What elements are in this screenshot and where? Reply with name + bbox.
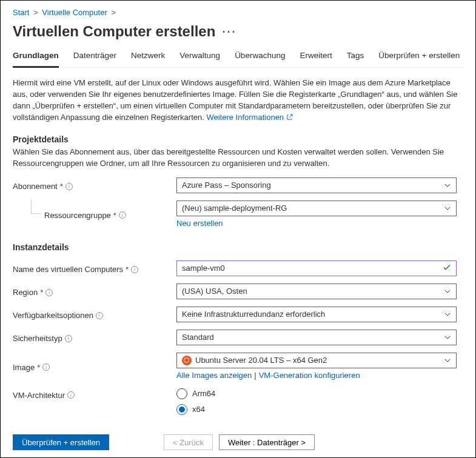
vm-generation-link[interactable]: VM-Generation konfigurieren: [259, 371, 360, 380]
review-create-button[interactable]: Überprüfen + erstellen: [13, 434, 109, 450]
availability-select[interactable]: Keine Infrastrukturredundanz erforderlic…: [176, 307, 457, 322]
tab-ueberwachung[interactable]: Überwachung: [235, 51, 285, 67]
tab-tags[interactable]: Tags: [347, 51, 364, 67]
instance-details-heading: Instanzdetails: [13, 242, 463, 252]
next-button[interactable]: Weiter : Datenträger >: [219, 434, 315, 450]
chevron-down-icon: [444, 205, 451, 212]
architecture-label: VM-Architektur: [13, 391, 65, 400]
ellipsis-icon[interactable]: ⋯: [221, 23, 236, 40]
subscription-select[interactable]: Azure Pass – Sponsoring: [176, 178, 457, 193]
project-details-desc: Wählen Sie das Abonnement aus, über das …: [13, 147, 463, 168]
tab-ueberpruefen[interactable]: Überprüfen + erstellen: [378, 51, 460, 67]
chevron-right-icon: >: [111, 8, 116, 17]
breadcrumb-start[interactable]: Start: [13, 8, 29, 17]
page-title: Virtuellen Computer erstellen ⋯: [13, 23, 463, 40]
subscription-label: Abonnement: [13, 182, 58, 191]
info-icon[interactable]: i: [131, 266, 138, 273]
info-icon[interactable]: i: [119, 211, 126, 219]
vm-name-label: Name des virtuellen Computers: [13, 265, 123, 274]
chevron-right-icon: >: [33, 8, 38, 17]
arch-x64-radio[interactable]: x64: [176, 404, 457, 415]
region-label: Region: [13, 288, 38, 297]
tabs: Grundlagen Datenträger Netzwerk Verwaltu…: [13, 51, 463, 68]
arch-arm64-radio[interactable]: Arm64: [176, 388, 457, 399]
region-select[interactable]: (USA) USA, Osten: [176, 284, 457, 299]
back-button: < Zurück: [164, 434, 213, 450]
resource-group-select[interactable]: (Neu) sample-deployment-RG: [176, 201, 457, 216]
chevron-down-icon: [444, 288, 451, 295]
resource-group-label: Ressourcengruppe: [44, 211, 111, 220]
image-select[interactable]: Ubuntu Server 20.04 LTS – x64 Gen2: [176, 353, 457, 368]
radio-checked-icon: [176, 404, 187, 415]
region-row: Region* i (USA) USA, Osten: [13, 284, 463, 299]
info-icon[interactable]: i: [67, 391, 75, 399]
info-icon[interactable]: i: [42, 363, 50, 371]
breadcrumb-vms[interactable]: Virtuelle Computer: [42, 8, 107, 17]
intro-text: Hiermit wird eine VM erstellt, auf der L…: [13, 78, 463, 124]
info-icon[interactable]: i: [65, 335, 72, 342]
resource-group-row: Ressourcengruppe* i (Neu) sample-deploym…: [13, 201, 463, 228]
info-icon[interactable]: i: [65, 183, 73, 190]
image-row: Image* i Ubuntu Server 20.04 LTS – x64 G…: [13, 353, 463, 380]
tab-netzwerk[interactable]: Netzwerk: [131, 51, 165, 67]
radio-icon: [176, 388, 187, 399]
security-type-label: Sicherheitstyp: [13, 334, 62, 343]
check-icon: [443, 263, 451, 273]
availability-label: Verfügbarkeitsoptionen: [13, 311, 93, 320]
chevron-down-icon: [444, 334, 451, 341]
architecture-row: VM-Architektur i Arm64 x64: [13, 388, 463, 415]
project-details-heading: Projektdetails: [13, 134, 463, 144]
vm-name-input[interactable]: sample-vm0: [176, 261, 457, 276]
availability-row: Verfügbarkeitsoptionen i Keine Infrastru…: [13, 307, 463, 322]
breadcrumb: Start > Virtuelle Computer >: [13, 8, 463, 17]
tab-datentraeger[interactable]: Datenträger: [73, 51, 116, 67]
tab-verwaltung[interactable]: Verwaltung: [179, 51, 220, 67]
external-link-icon: [286, 113, 293, 124]
info-icon[interactable]: i: [45, 289, 53, 296]
vm-name-row: Name des virtuellen Computers* i sample-…: [13, 261, 463, 276]
image-label: Image: [13, 363, 35, 372]
info-icon[interactable]: i: [96, 312, 103, 319]
chevron-down-icon: [444, 357, 451, 364]
learn-more-link[interactable]: Weitere Informationen: [206, 113, 292, 122]
subscription-row: Abonnement* i Azure Pass – Sponsoring: [13, 178, 463, 193]
tab-erweitert[interactable]: Erweitert: [300, 51, 332, 67]
security-type-select[interactable]: Standard: [176, 330, 457, 345]
security-type-row: Sicherheitstyp i Standard: [13, 330, 463, 345]
ubuntu-icon: [182, 356, 192, 365]
create-new-rg-link[interactable]: Neu erstellen: [176, 219, 223, 228]
tab-grundlagen[interactable]: Grundlagen: [13, 51, 59, 68]
footer: Überprüfen + erstellen < Zurück Weiter :…: [1, 427, 475, 457]
chevron-down-icon: [444, 182, 451, 189]
chevron-down-icon: [444, 311, 451, 318]
all-images-link[interactable]: Alle Images anzeigen: [176, 371, 252, 380]
